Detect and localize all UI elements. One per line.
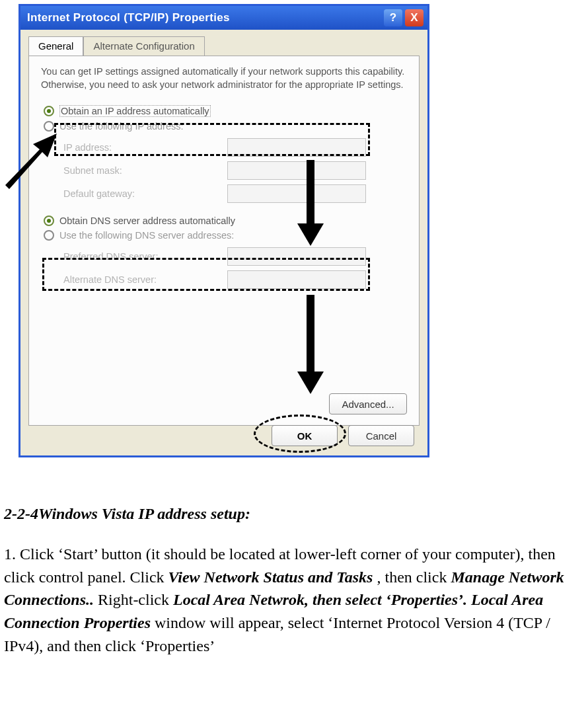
tabstrip: General Alternate Configuration (28, 36, 427, 56)
radio-icon (44, 216, 54, 226)
ip-address-group: Obtain an IP address automatically Use t… (44, 103, 407, 203)
titlebar[interactable]: Internet Protocol (TCP/IP) Properties ? … (20, 6, 427, 30)
input-ip-address[interactable] (227, 138, 366, 157)
tcpip-properties-dialog: Internet Protocol (TCP/IP) Properties ? … (18, 4, 429, 457)
input-alternate-dns[interactable] (227, 270, 366, 289)
label-default-gateway: Default gateway: (63, 188, 222, 199)
radio-label: Use the following IP address: (59, 121, 184, 132)
tab-panel-general: You can get IP settings assigned automat… (28, 56, 420, 426)
input-default-gateway[interactable] (227, 184, 366, 203)
label-subnet-mask: Subnet mask: (63, 165, 222, 176)
radio-label: Obtain an IP address automatically (59, 105, 211, 117)
label-preferred-dns: Preferred DNS server: (63, 251, 222, 262)
dialog-buttons: OK Cancel (272, 425, 414, 446)
article-heading: 2-2-4Windows Vista IP address setup: (4, 502, 584, 526)
radio-obtain-dns-auto[interactable]: Obtain DNS server address automatically (44, 214, 407, 228)
cancel-button[interactable]: Cancel (348, 425, 414, 446)
window-buttons: ? X (384, 9, 423, 26)
radio-label: Obtain DNS server address automatically (59, 216, 235, 226)
radio-icon (44, 230, 54, 241)
radio-use-following-ip[interactable]: Use the following IP address: (44, 119, 407, 134)
input-subnet-mask[interactable] (227, 161, 366, 180)
close-icon: X (410, 11, 418, 24)
ip-fields: IP address: Subnet mask: Default gateway… (63, 138, 407, 203)
article-paragraph: 1. Click ‘Start’ button (it should be lo… (4, 543, 584, 658)
article-text: 2-2-4Windows Vista IP address setup: 1. … (4, 502, 584, 658)
ok-button[interactable]: OK (272, 425, 338, 446)
tab-general[interactable]: General (28, 36, 83, 56)
tab-alternate-configuration[interactable]: Alternate Configuration (83, 36, 204, 56)
radio-use-following-dns[interactable]: Use the following DNS server addresses: (44, 228, 407, 243)
close-button[interactable]: X (405, 9, 423, 26)
input-preferred-dns[interactable] (227, 247, 366, 266)
radio-label: Use the following DNS server addresses: (59, 230, 234, 241)
advanced-button[interactable]: Advanced... (329, 393, 407, 414)
dns-group: Obtain DNS server address automatically … (44, 214, 407, 289)
radio-icon (44, 106, 54, 116)
text: Right-click (98, 591, 173, 608)
text-bold-italic: View Network Status and Tasks (168, 569, 373, 586)
label-alternate-dns: Alternate DNS server: (63, 274, 222, 285)
help-icon: ? (390, 11, 396, 24)
radio-obtain-ip-auto[interactable]: Obtain an IP address automatically (44, 103, 407, 119)
label-ip-address: IP address: (63, 142, 222, 153)
radio-icon (44, 121, 54, 132)
dns-fields: Preferred DNS server: Alternate DNS serv… (63, 247, 407, 289)
window-title: Internet Protocol (TCP/IP) Properties (27, 11, 384, 24)
text: , then click (377, 569, 451, 586)
help-button[interactable]: ? (384, 9, 402, 26)
description-text: You can get IP settings assigned automat… (41, 65, 407, 91)
advanced-row: Advanced... (329, 393, 407, 414)
